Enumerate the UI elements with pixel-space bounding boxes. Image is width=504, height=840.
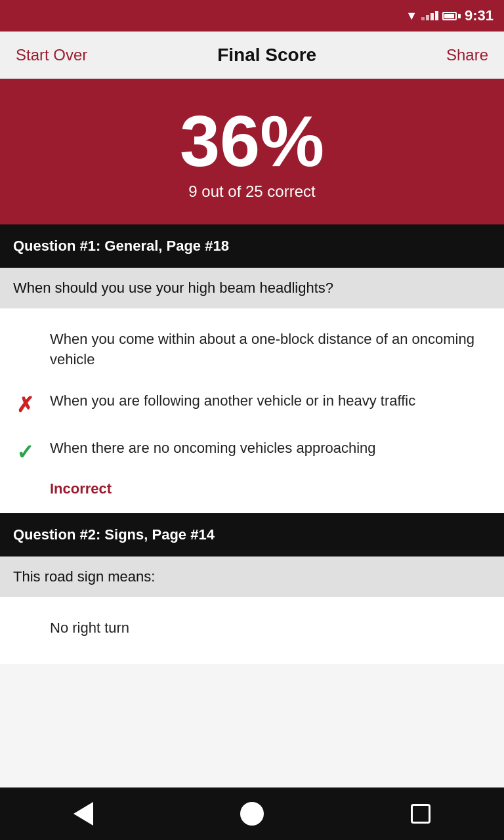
home-button[interactable]: [240, 802, 264, 826]
question-1-answers: When you come within about a one-block d…: [0, 308, 504, 513]
question-2-answers: No right turn: [0, 597, 504, 665]
question-2-text-row: This road sign means:: [0, 556, 504, 597]
answer-row: ✓ When there are no oncoming vehicles ap…: [13, 428, 491, 475]
home-icon: [240, 802, 264, 826]
verdict-label: Incorrect: [50, 480, 491, 497]
back-button[interactable]: [74, 802, 93, 826]
wrong-icon: ✗: [13, 391, 37, 417]
answer-text: When you are following another vehicle o…: [50, 391, 491, 411]
question-2-text: This road sign means:: [13, 568, 155, 585]
question-1-text: When should you use your high beam headl…: [13, 280, 333, 296]
share-button[interactable]: Share: [446, 46, 488, 64]
question-1-header-text: Question #1: General, Page #18: [13, 238, 229, 254]
answer-icon-none: [13, 618, 37, 620]
nav-bar: [0, 788, 504, 840]
recents-icon: [411, 804, 430, 824]
correct-icon: ✓: [13, 438, 37, 465]
question-1-header: Question #1: General, Page #18: [0, 224, 504, 268]
recents-button[interactable]: [411, 804, 430, 824]
page-title: Final Score: [217, 45, 316, 66]
main-content: 36% 9 out of 25 correct Question #1: Gen…: [0, 79, 504, 788]
answer-row: ✗ When you are following another vehicle…: [13, 381, 491, 428]
status-time: 9:31: [465, 7, 494, 24]
status-bar: ▼ 9:31: [0, 0, 504, 32]
back-icon: [74, 802, 93, 826]
question-2-header: Question #2: Signs, Page #14: [0, 513, 504, 556]
answer-row: When you come within about a one-block d…: [13, 319, 491, 381]
answer-icon-none: [13, 329, 37, 331]
answer-text: No right turn: [50, 618, 491, 639]
signal-bars-icon: [421, 11, 438, 20]
start-over-button[interactable]: Start Over: [16, 46, 87, 64]
app-bar: Start Over Final Score Share: [0, 32, 504, 79]
question-2-header-text: Question #2: Signs, Page #14: [13, 526, 215, 543]
score-subtitle: 9 out of 25 correct: [188, 182, 315, 201]
score-percent: 36%: [180, 105, 324, 177]
question-2-section: Question #2: Signs, Page #14 This road s…: [0, 513, 504, 665]
battery-icon: [442, 12, 461, 20]
score-banner: 36% 9 out of 25 correct: [0, 79, 504, 224]
answer-row: No right turn: [13, 608, 491, 649]
answer-text: When you come within about a one-block d…: [50, 329, 491, 370]
answer-text: When there are no oncoming vehicles appr…: [50, 438, 491, 459]
status-icons: ▼ 9:31: [406, 7, 494, 24]
wifi-icon: ▼: [406, 9, 417, 23]
question-1-text-row: When should you use your high beam headl…: [0, 268, 504, 308]
